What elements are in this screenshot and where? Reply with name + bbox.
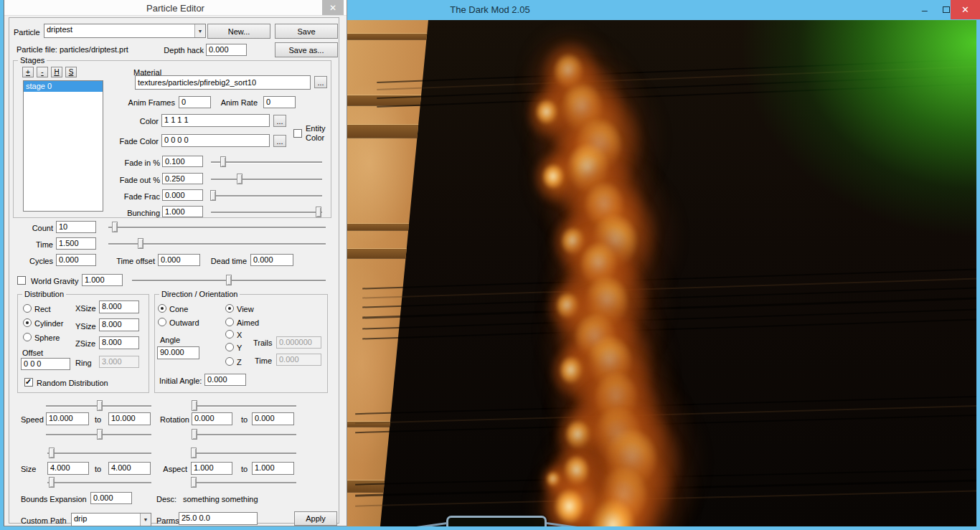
offset-field[interactable]: 0 0 0 xyxy=(21,358,70,370)
apply-button[interactable]: Apply xyxy=(294,511,337,526)
fade-out-field[interactable]: 0.250 xyxy=(162,173,203,184)
slider-track[interactable] xyxy=(192,434,296,435)
depth-hack-field[interactable]: 0.000 xyxy=(206,44,247,56)
material-field[interactable]: textures/particles/pfirebig2_sort10 xyxy=(135,75,311,90)
dialog-close-button[interactable]: ✕ xyxy=(322,0,344,15)
dialog-titlebar[interactable]: Particle Editor ✕ xyxy=(4,0,347,16)
rotation-slider-from[interactable] xyxy=(192,399,296,412)
outward-radio[interactable] xyxy=(158,318,166,326)
new-button[interactable]: New... xyxy=(207,24,270,39)
count-slider[interactable] xyxy=(108,221,326,233)
slider-track[interactable] xyxy=(108,227,326,228)
speed-slider-to[interactable] xyxy=(46,428,151,440)
time-offset-field[interactable]: 0.000 xyxy=(158,254,200,266)
parms-field[interactable]: 25.0 0.0 xyxy=(179,512,258,525)
size-slider-from[interactable] xyxy=(47,447,151,459)
stage-remove-button[interactable]: - xyxy=(37,67,48,77)
slider-thumb[interactable] xyxy=(192,400,197,411)
stage-hide-button[interactable]: H xyxy=(51,67,62,77)
slider-track[interactable] xyxy=(211,161,322,163)
aspect-to-field[interactable]: 1.000 xyxy=(252,462,294,475)
custom-path-combobox[interactable]: drip ▼ xyxy=(71,513,151,526)
color-browse-button[interactable]: ... xyxy=(273,115,286,127)
world-gravity-field[interactable]: 1.000 xyxy=(82,274,123,286)
slider-track[interactable] xyxy=(191,453,296,454)
rotation-slider-to[interactable] xyxy=(192,428,296,440)
slider-track[interactable] xyxy=(47,482,151,483)
close-button[interactable]: ✕ xyxy=(951,0,980,19)
size-to-field[interactable]: 4.000 xyxy=(108,462,151,475)
bounds-expansion-field[interactable]: 0.000 xyxy=(90,492,132,504)
cylinder-radio[interactable] xyxy=(23,318,32,327)
time-slider[interactable] xyxy=(108,237,326,250)
cone-radio[interactable] xyxy=(158,304,166,313)
fade-color-browse-button[interactable]: ... xyxy=(273,135,286,147)
minimize-button[interactable]: – xyxy=(914,0,936,19)
slider-thumb[interactable] xyxy=(49,448,55,458)
anim-rate-field[interactable]: 0 xyxy=(263,96,296,108)
slider-thumb[interactable] xyxy=(191,477,197,488)
fade-frac-slider[interactable] xyxy=(211,189,322,202)
stage-add-button[interactable]: + xyxy=(22,67,34,77)
stage-list-item-selected[interactable]: stage 0 xyxy=(24,81,103,92)
slider-track[interactable] xyxy=(47,453,151,454)
slider-thumb[interactable] xyxy=(316,207,321,217)
bunching-slider[interactable] xyxy=(211,206,322,218)
aspect-slider-to[interactable] xyxy=(191,476,296,488)
count-field[interactable]: 10 xyxy=(56,221,96,233)
x-radio[interactable] xyxy=(225,330,234,339)
dead-time-field[interactable]: 0.000 xyxy=(250,254,293,266)
view-radio[interactable] xyxy=(225,304,234,313)
slider-thumb[interactable] xyxy=(112,222,118,232)
speed-to-field[interactable]: 10.000 xyxy=(108,412,151,425)
slider-thumb[interactable] xyxy=(191,448,197,458)
aimed-radio[interactable] xyxy=(225,318,234,326)
anim-frames-field[interactable]: 0 xyxy=(179,96,211,108)
material-browse-button[interactable]: ... xyxy=(314,76,327,88)
slider-thumb[interactable] xyxy=(220,156,226,167)
slider-track[interactable] xyxy=(211,212,322,213)
cycles-field[interactable]: 0.000 xyxy=(56,254,96,266)
rotation-from-field[interactable]: 0.000 xyxy=(192,412,232,425)
slider-track[interactable] xyxy=(192,405,296,407)
slider-thumb[interactable] xyxy=(138,238,143,249)
fade-frac-field[interactable]: 0.000 xyxy=(162,189,203,201)
initial-angle-field[interactable]: 0.000 xyxy=(204,374,246,386)
stage-show-button[interactable]: S xyxy=(65,67,77,77)
size-slider-to[interactable] xyxy=(47,476,151,488)
slider-thumb[interactable] xyxy=(97,429,103,440)
world-gravity-checkbox[interactable] xyxy=(17,276,26,285)
stage-list[interactable]: stage 0 xyxy=(23,80,103,212)
chevron-down-icon[interactable]: ▼ xyxy=(194,24,205,37)
particle-combobox[interactable]: driptest ▼ xyxy=(44,24,206,38)
size-from-field[interactable]: 4.000 xyxy=(47,462,89,475)
sphere-radio[interactable] xyxy=(23,333,32,341)
slider-thumb[interactable] xyxy=(226,275,232,285)
angle-field[interactable]: 90.000 xyxy=(157,346,199,359)
slider-thumb[interactable] xyxy=(97,400,103,411)
speed-from-field[interactable]: 10.000 xyxy=(46,412,89,425)
zsize-field[interactable]: 8.000 xyxy=(99,336,139,349)
save-as-button[interactable]: Save as... xyxy=(275,42,338,57)
slider-thumb[interactable] xyxy=(210,190,216,201)
save-button[interactable]: Save xyxy=(275,24,338,39)
aspect-from-field[interactable]: 1.000 xyxy=(191,462,232,475)
y-radio[interactable] xyxy=(225,343,234,351)
slider-track[interactable] xyxy=(211,195,322,197)
random-distribution-checkbox[interactable] xyxy=(24,378,33,387)
slider-thumb[interactable] xyxy=(49,477,55,488)
chevron-down-icon[interactable]: ▼ xyxy=(140,514,151,526)
ysize-field[interactable]: 8.000 xyxy=(99,318,139,331)
fade-out-slider[interactable] xyxy=(211,173,322,185)
fade-in-field[interactable]: 0.100 xyxy=(162,156,203,167)
z-radio[interactable] xyxy=(225,357,234,366)
bunching-field[interactable]: 1.000 xyxy=(162,206,203,217)
world-gravity-slider[interactable] xyxy=(132,274,326,286)
rotation-to-field[interactable]: 0.000 xyxy=(252,412,294,425)
slider-track[interactable] xyxy=(211,179,322,180)
rect-radio[interactable] xyxy=(23,304,32,313)
fade-color-field[interactable]: 0 0 0 0 xyxy=(161,134,270,147)
speed-slider-from[interactable] xyxy=(46,399,151,412)
xsize-field[interactable]: 8.000 xyxy=(99,301,139,313)
slider-thumb[interactable] xyxy=(237,174,242,184)
